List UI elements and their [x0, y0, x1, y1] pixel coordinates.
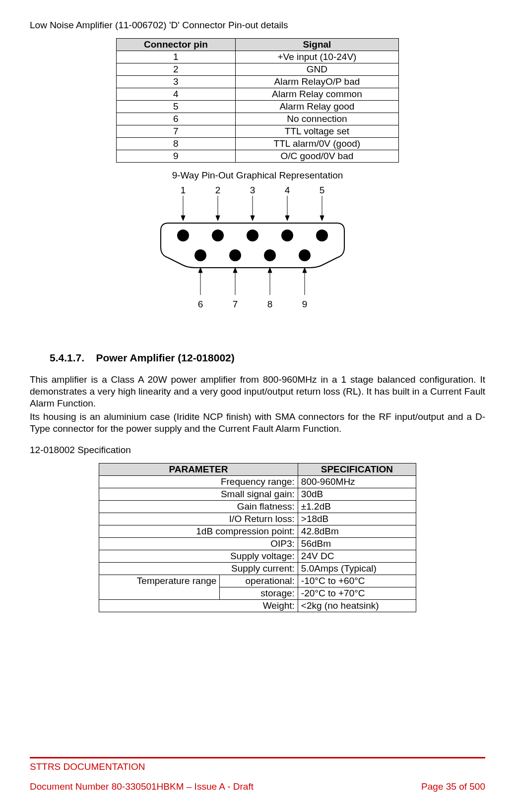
section-number: 5.4.1.7. — [50, 352, 84, 363]
cell-pin: 8 — [117, 138, 236, 150]
svg-point-16 — [229, 249, 241, 261]
cell-param: OIP3: — [99, 537, 298, 550]
cell-param: Weight: — [99, 599, 298, 612]
cell-pin: 9 — [117, 150, 236, 163]
col-header-pin: Connector pin — [117, 39, 236, 51]
table-row: Gain flatness:±1.2dB — [99, 500, 416, 513]
cell-val: 56dBm — [298, 537, 416, 550]
spec-table: PARAMETER SPECIFICATION Frequency range:… — [99, 463, 416, 612]
cell-signal: No connection — [235, 113, 398, 125]
col-header-signal: Signal — [235, 39, 398, 51]
table-row: I/O Return loss:>18dB — [99, 513, 416, 525]
pin-label: 3 — [250, 185, 256, 195]
section-heading: 5.4.1.7. Power Amplifier (12-018002) — [50, 352, 485, 364]
table-row: 1dB compression point:42.8dBm — [99, 525, 416, 537]
page-footer: STTRS DOCUMENTATION Document Number 80-3… — [30, 757, 485, 792]
cell-param: Supply voltage: — [99, 550, 298, 562]
cell-signal: GND — [235, 63, 398, 76]
pin-label: 5 — [320, 185, 325, 195]
table-row: 8TTL alarm/0V (good) — [117, 138, 399, 150]
svg-marker-8 — [285, 216, 289, 221]
cell-param: Frequency range: — [99, 475, 298, 488]
table-row: 2GND — [117, 63, 399, 76]
svg-point-18 — [299, 249, 311, 261]
spec-label: 12-018002 Specification — [30, 445, 485, 456]
cell-temp-group: Temperature range — [99, 575, 220, 599]
cell-param: Gain flatness: — [99, 500, 298, 513]
footer-divider — [30, 757, 485, 758]
cell-val: 42.8dBm — [298, 525, 416, 537]
svg-marker-24 — [233, 268, 237, 273]
cell-val: >18dB — [298, 513, 416, 525]
connector-diagram: 1 2 3 4 5 6 7 8 — [153, 183, 362, 312]
table-header-row: PARAMETER SPECIFICATION — [99, 463, 416, 475]
svg-point-12 — [247, 230, 258, 241]
svg-point-17 — [264, 249, 276, 261]
table-row: OIP3:56dBm — [99, 537, 416, 550]
cell-param: Small signal gain: — [99, 488, 298, 500]
cell-val: <2kg (no heatsink) — [298, 599, 416, 612]
paragraph: Its housing is an aluminium case (Iridit… — [30, 411, 485, 435]
cell-param: 1dB compression point: — [99, 525, 298, 537]
svg-point-13 — [281, 230, 293, 241]
svg-marker-23 — [198, 268, 202, 273]
pinout-table: Connector pin Signal 1+Ve input (10-24V)… — [116, 38, 399, 163]
svg-point-15 — [194, 249, 206, 261]
table-row: 5Alarm Relay good — [117, 101, 399, 113]
svg-point-11 — [212, 230, 224, 241]
table-row: 4Alarm Relay common — [117, 88, 399, 101]
diagram-caption: 9-Way Pin-Out Graphical Representation — [30, 170, 485, 181]
table-row: 1+Ve input (10-24V) — [117, 51, 399, 63]
table-row: Temperature range operational: -10°C to … — [99, 575, 416, 587]
paragraph: This amplifier is a Class A 20W power am… — [30, 374, 485, 409]
pin-label: 8 — [267, 299, 273, 309]
cell-val: 800-960MHz — [298, 475, 416, 488]
table-row: 9O/C good/0V bad — [117, 150, 399, 163]
cell-param: I/O Return loss: — [99, 513, 298, 525]
footer-page-number: Page 35 of 500 — [421, 781, 485, 792]
cell-param: Supply current: — [99, 562, 298, 575]
table-row: 7TTL voltage set — [117, 125, 399, 138]
pin-label: 7 — [233, 299, 238, 309]
cell-val: ±1.2dB — [298, 500, 416, 513]
table-row: 6No connection — [117, 113, 399, 125]
svg-point-10 — [177, 230, 189, 241]
table-row: Small signal gain:30dB — [99, 488, 416, 500]
cell-pin: 7 — [117, 125, 236, 138]
cell-pin: 5 — [117, 101, 236, 113]
svg-point-14 — [316, 230, 328, 241]
svg-marker-26 — [303, 268, 307, 273]
svg-marker-5 — [181, 216, 185, 221]
cell-pin: 6 — [117, 113, 236, 125]
table-row: Supply voltage:24V DC — [99, 550, 416, 562]
cell-pin: 3 — [117, 76, 236, 88]
table-row: Supply current:5.0Amps (Typical) — [99, 562, 416, 575]
cell-pin: 2 — [117, 63, 236, 76]
cell-signal: TTL voltage set — [235, 125, 398, 138]
pin-label: 9 — [302, 299, 308, 309]
col-header-parameter: PARAMETER — [99, 463, 298, 475]
cell-param: operational: — [220, 575, 298, 587]
cell-signal: TTL alarm/0V (good) — [235, 138, 398, 150]
table-header-row: Connector pin Signal — [117, 39, 399, 51]
cell-pin: 4 — [117, 88, 236, 101]
section-title: Power Amplifier (12-018002) — [96, 352, 234, 363]
page-title: Low Noise Amplifier (11-006702) 'D' Conn… — [30, 20, 485, 31]
svg-marker-9 — [320, 216, 324, 221]
table-row: Weight:<2kg (no heatsink) — [99, 599, 416, 612]
cell-val: 24V DC — [298, 550, 416, 562]
table-row: 3Alarm RelayO/P bad — [117, 76, 399, 88]
cell-val: 5.0Amps (Typical) — [298, 562, 416, 575]
cell-signal: +Ve input (10-24V) — [235, 51, 398, 63]
cell-param: storage: — [220, 587, 298, 599]
svg-marker-7 — [251, 216, 255, 221]
cell-signal: Alarm Relay common — [235, 88, 398, 101]
table-row: Frequency range:800-960MHz — [99, 475, 416, 488]
cell-val: -20°C to +70°C — [298, 587, 416, 599]
svg-marker-6 — [216, 216, 220, 221]
cell-signal: O/C good/0V bad — [235, 150, 398, 163]
cell-val: 30dB — [298, 488, 416, 500]
cell-signal: Alarm Relay good — [235, 101, 398, 113]
svg-marker-25 — [268, 268, 272, 273]
cell-signal: Alarm RelayO/P bad — [235, 76, 398, 88]
